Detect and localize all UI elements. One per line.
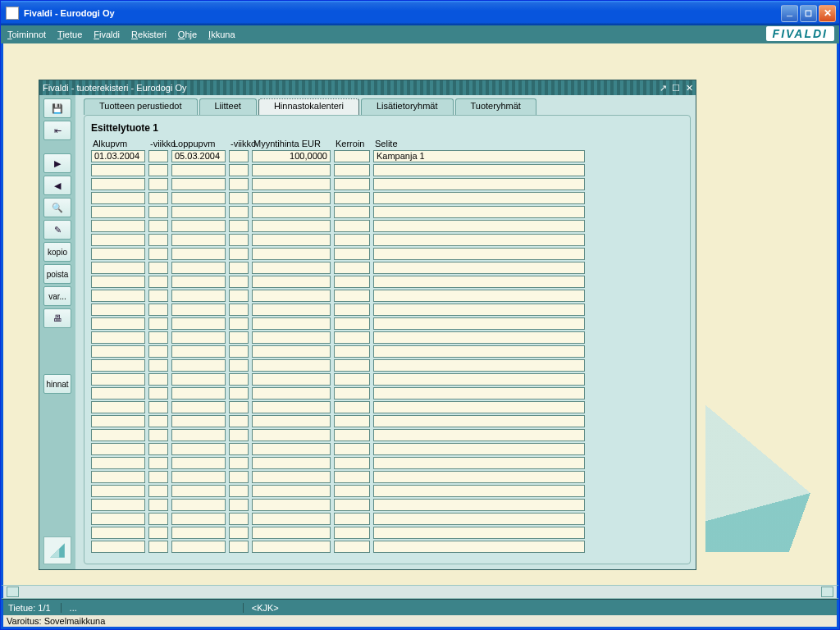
cell-selite[interactable] bbox=[373, 429, 585, 441]
cell-viikko1[interactable] bbox=[148, 304, 168, 316]
cell-viikko2[interactable] bbox=[229, 429, 249, 441]
cell-viikko2[interactable] bbox=[229, 178, 249, 190]
cell-viikko1[interactable] bbox=[148, 429, 168, 441]
cell-selite[interactable] bbox=[373, 443, 585, 455]
cell-viikko2[interactable] bbox=[229, 248, 249, 260]
cell-viikko1[interactable] bbox=[148, 234, 168, 246]
table-row[interactable] bbox=[91, 206, 683, 218]
cell-myyntihinta[interactable] bbox=[252, 220, 331, 232]
cell-selite[interactable] bbox=[373, 387, 585, 399]
cell-selite[interactable] bbox=[373, 262, 585, 274]
cell-myyntihinta[interactable] bbox=[252, 387, 331, 399]
cell-alkupvm[interactable] bbox=[91, 317, 145, 330]
cell-alkupvm[interactable] bbox=[91, 485, 145, 497]
subwindow-close-icon[interactable]: ✕ bbox=[682, 82, 696, 94]
cell-viikko2[interactable] bbox=[229, 541, 249, 553]
cell-alkupvm[interactable] bbox=[91, 443, 145, 455]
cell-viikko2[interactable] bbox=[229, 457, 249, 469]
cell-kerroin[interactable] bbox=[334, 304, 370, 316]
cell-selite[interactable] bbox=[373, 331, 585, 344]
cell-viikko1[interactable] bbox=[148, 331, 168, 344]
table-row[interactable] bbox=[91, 317, 683, 330]
cell-kerroin[interactable] bbox=[334, 317, 370, 330]
table-row[interactable] bbox=[91, 359, 683, 372]
cell-viikko2[interactable] bbox=[229, 401, 249, 413]
cell-viikko1[interactable] bbox=[148, 317, 168, 330]
cell-viikko1[interactable] bbox=[148, 513, 168, 525]
cell-alkupvm[interactable]: 01.03.2004 bbox=[91, 150, 145, 162]
scroll-right-button[interactable] bbox=[821, 587, 833, 597]
cell-myyntihinta[interactable] bbox=[252, 527, 331, 539]
cell-myyntihinta[interactable] bbox=[252, 290, 331, 302]
tab-1[interactable]: Liitteet bbox=[199, 98, 257, 115]
cell-selite[interactable] bbox=[373, 276, 585, 288]
menu-fivaldi[interactable]: Fivaldi bbox=[94, 30, 120, 39]
cell-kerroin[interactable] bbox=[334, 513, 370, 525]
cell-loppupvm[interactable] bbox=[171, 345, 226, 358]
cell-loppupvm[interactable] bbox=[171, 499, 226, 511]
cell-myyntihinta[interactable] bbox=[252, 415, 331, 427]
cell-myyntihinta[interactable] bbox=[252, 345, 331, 358]
cell-kerroin[interactable] bbox=[334, 262, 370, 274]
cell-loppupvm[interactable] bbox=[171, 527, 226, 539]
cell-loppupvm[interactable] bbox=[171, 192, 226, 204]
cell-viikko1[interactable] bbox=[148, 220, 168, 232]
var-button[interactable]: var... bbox=[43, 286, 71, 306]
cell-alkupvm[interactable] bbox=[91, 457, 145, 469]
cell-viikko1[interactable] bbox=[148, 527, 168, 539]
cell-loppupvm[interactable]: 05.03.2004 bbox=[171, 150, 226, 162]
cell-loppupvm[interactable] bbox=[171, 234, 226, 246]
table-row[interactable] bbox=[91, 373, 683, 386]
subwindow-max-icon[interactable]: ☐ bbox=[669, 82, 682, 94]
cell-loppupvm[interactable] bbox=[171, 415, 226, 427]
cell-myyntihinta[interactable] bbox=[252, 513, 331, 525]
cell-kerroin[interactable] bbox=[334, 345, 370, 358]
cell-viikko2[interactable] bbox=[229, 345, 249, 358]
cell-alkupvm[interactable] bbox=[91, 164, 145, 176]
cell-myyntihinta[interactable] bbox=[252, 178, 331, 190]
cell-viikko2[interactable] bbox=[229, 164, 249, 176]
cell-viikko1[interactable] bbox=[148, 345, 168, 358]
cell-kerroin[interactable] bbox=[334, 150, 370, 162]
cell-alkupvm[interactable] bbox=[91, 220, 145, 232]
menu-ohje[interactable]: Ohje bbox=[178, 30, 197, 39]
poista-button[interactable]: poista bbox=[43, 264, 71, 284]
cell-alkupvm[interactable] bbox=[91, 304, 145, 316]
scroll-left-button[interactable] bbox=[7, 587, 19, 597]
cell-loppupvm[interactable] bbox=[171, 471, 226, 483]
cell-kerroin[interactable] bbox=[334, 471, 370, 483]
cell-loppupvm[interactable] bbox=[171, 387, 226, 399]
cell-myyntihinta[interactable] bbox=[252, 485, 331, 497]
cell-myyntihinta[interactable] bbox=[252, 248, 331, 260]
cell-selite[interactable] bbox=[373, 499, 585, 511]
cell-selite[interactable] bbox=[373, 513, 585, 525]
cell-kerroin[interactable] bbox=[334, 359, 370, 372]
cell-loppupvm[interactable] bbox=[171, 276, 226, 288]
cell-kerroin[interactable] bbox=[334, 443, 370, 455]
menu-tietue[interactable]: Tietue bbox=[57, 30, 82, 39]
tab-2[interactable]: Hinnastokalenteri bbox=[258, 98, 359, 115]
cell-kerroin[interactable] bbox=[334, 220, 370, 232]
cell-viikko2[interactable] bbox=[229, 220, 249, 232]
cell-alkupvm[interactable] bbox=[91, 541, 145, 553]
cell-selite[interactable] bbox=[373, 290, 585, 302]
cell-loppupvm[interactable] bbox=[171, 164, 226, 176]
menu-ikkuna[interactable]: Ikkuna bbox=[208, 30, 235, 39]
cell-loppupvm[interactable] bbox=[171, 317, 226, 330]
cell-kerroin[interactable] bbox=[334, 192, 370, 204]
cell-alkupvm[interactable] bbox=[91, 345, 145, 358]
cell-selite[interactable] bbox=[373, 457, 585, 469]
table-row[interactable] bbox=[91, 262, 683, 274]
cell-myyntihinta[interactable] bbox=[252, 234, 331, 246]
tab-4[interactable]: Tuoteryhmät bbox=[455, 98, 536, 115]
cell-loppupvm[interactable] bbox=[171, 401, 226, 413]
cell-selite[interactable] bbox=[373, 359, 585, 372]
cell-selite[interactable] bbox=[373, 178, 585, 190]
cell-myyntihinta[interactable] bbox=[252, 373, 331, 386]
cell-viikko1[interactable] bbox=[148, 164, 168, 176]
table-row[interactable] bbox=[91, 457, 683, 469]
cell-viikko1[interactable] bbox=[148, 485, 168, 497]
cell-myyntihinta[interactable] bbox=[252, 164, 331, 176]
cell-myyntihinta[interactable]: 100,0000 bbox=[252, 150, 331, 162]
cell-loppupvm[interactable] bbox=[171, 290, 226, 302]
